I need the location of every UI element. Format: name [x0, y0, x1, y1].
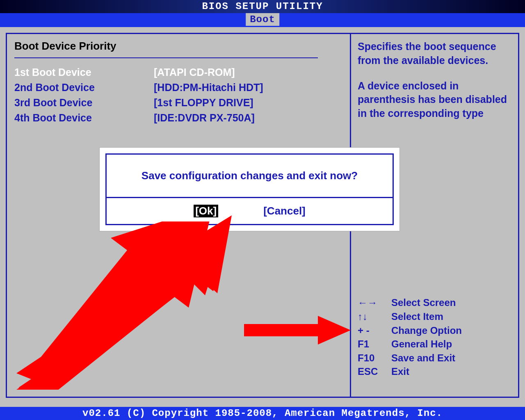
cancel-button[interactable]: [Cancel] [263, 205, 306, 217]
boot-device-label: 4th Boot Device [14, 112, 154, 124]
boot-device-4[interactable]: 4th Boot Device [IDE:DVDR PX-750A] [14, 110, 342, 126]
dialog-message: Save configuration changes and exit now? [107, 155, 393, 198]
boot-device-value: [1st FLOPPY DRIVE] [154, 97, 253, 109]
key-change-option: + -Change Option [358, 324, 511, 338]
help-paragraph-2: A device enclosed in parenthesis has bee… [358, 79, 511, 121]
tab-boot[interactable]: Boot [246, 13, 279, 26]
boot-device-2[interactable]: 2nd Boot Device [HDD:PM-Hitachi HDT] [14, 80, 342, 95]
boot-device-value: [IDE:DVDR PX-750A] [154, 112, 255, 124]
boot-device-value: [ATAPI CD-ROM] [154, 66, 235, 78]
tab-bar: Boot [0, 13, 525, 27]
boot-device-3[interactable]: 3rd Boot Device [1st FLOPPY DRIVE] [14, 95, 342, 110]
boot-device-1[interactable]: 1st Boot Device [ATAPI CD-ROM] [14, 65, 342, 80]
key-exit: ESCExit [358, 365, 511, 379]
footer: v02.61 (C) Copyright 1985-2008, American… [0, 407, 525, 420]
key-legend: ←→Select Screen ↑↓ Select Item + -Change… [358, 296, 511, 391]
boot-device-value: [HDD:PM-Hitachi HDT] [154, 82, 263, 94]
key-general-help: F1General Help [358, 337, 511, 351]
title-bar: BIOS SETUP UTILITY [0, 0, 525, 13]
key-select-screen: ←→Select Screen [358, 296, 511, 310]
divider [14, 57, 318, 58]
ok-button[interactable]: [Ok] [194, 205, 218, 217]
dialog-inner: Save configuration changes and exit now?… [105, 153, 394, 225]
confirm-dialog: Save configuration changes and exit now?… [100, 148, 399, 231]
dialog-buttons: [Ok] [Cancel] [107, 198, 393, 224]
section-title: Boot Device Priority [14, 40, 342, 57]
key-select-item: ↑↓ Select Item [358, 310, 511, 324]
help-paragraph-1: Specifies the boot sequence from the ava… [358, 40, 511, 68]
key-save-exit: F10Save and Exit [358, 351, 511, 365]
boot-device-label: 3rd Boot Device [14, 97, 154, 109]
boot-device-label: 2nd Boot Device [14, 82, 154, 94]
boot-device-label: 1st Boot Device [14, 66, 154, 78]
